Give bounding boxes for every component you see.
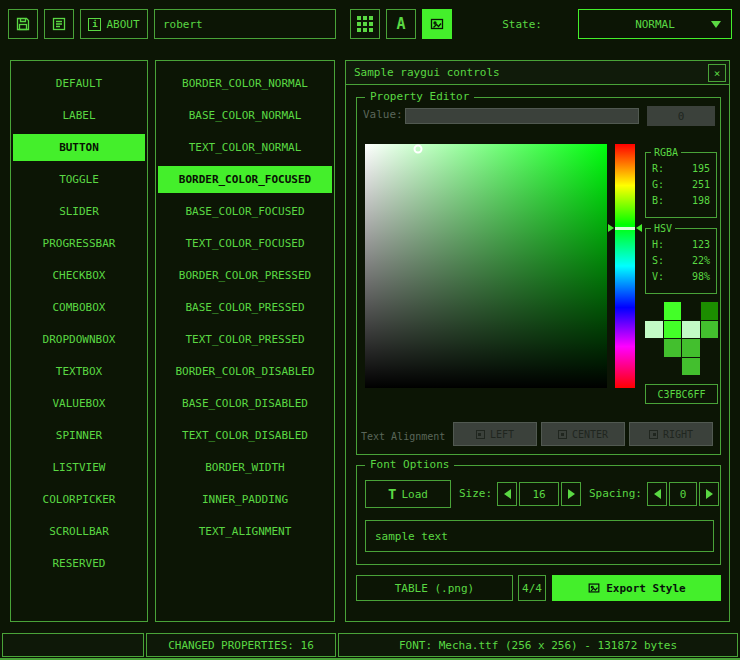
color-grid-cell[interactable]	[701, 339, 719, 357]
list-item-text_color_disabled[interactable]: TEXT_COLOR_DISABLED	[158, 422, 332, 449]
list-item-checkbox[interactable]: CHECKBOX	[13, 262, 145, 289]
value-slider[interactable]	[405, 108, 639, 124]
list-item-border_color_normal[interactable]: BORDER_COLOR_NORMAL	[158, 70, 332, 97]
text-T-icon: T	[388, 486, 396, 502]
align-center-button[interactable]: CENTER	[541, 422, 625, 446]
about-button[interactable]: i ABOUT	[80, 9, 148, 39]
color-grid-cell[interactable]	[701, 321, 719, 339]
color-grid-cell[interactable]	[682, 321, 700, 339]
list-item-button[interactable]: BUTTON	[13, 134, 145, 161]
list-item-base_color_pressed[interactable]: BASE_COLOR_PRESSED	[158, 294, 332, 321]
list-item-dropdownbox[interactable]: DROPDOWNBOX	[13, 326, 145, 353]
list-item-toggle[interactable]: TOGGLE	[13, 166, 145, 193]
text-alignment-label: Text Alignment	[361, 426, 451, 448]
image-mode-button[interactable]	[422, 9, 452, 39]
s-value: 22%	[692, 253, 710, 269]
color-grid-cell[interactable]	[645, 358, 663, 376]
chevron-down-icon	[711, 21, 721, 28]
align-left-label: LEFT	[490, 429, 514, 440]
load-file-icon	[51, 16, 67, 32]
properties-list[interactable]: BORDER_COLOR_NORMALBASE_COLOR_NORMALTEXT…	[155, 60, 335, 622]
list-item-base_color_disabled[interactable]: BASE_COLOR_DISABLED	[158, 390, 332, 417]
color-grid-cell[interactable]	[682, 339, 700, 357]
list-item-listview[interactable]: LISTVIEW	[13, 454, 145, 481]
list-item-border_color_focused[interactable]: BORDER_COLOR_FOCUSED	[158, 166, 332, 193]
style-table-button[interactable]	[350, 9, 380, 39]
export-format-dropdown[interactable]: TABLE (.png)	[356, 575, 513, 601]
list-item-text_color_focused[interactable]: TEXT_COLOR_FOCUSED	[158, 230, 332, 257]
color-grid-cell[interactable]	[645, 321, 663, 339]
list-item-spinner[interactable]: SPINNER	[13, 422, 145, 449]
list-item-scrollbar[interactable]: SCROLLBAR	[13, 518, 145, 545]
rgba-title: RGBA	[651, 146, 681, 160]
color-grid-cell[interactable]	[645, 302, 663, 320]
size-increase-button[interactable]	[561, 482, 581, 506]
color-grid-cell[interactable]	[682, 302, 700, 320]
color-picker-panel[interactable]	[365, 144, 607, 388]
list-item-default[interactable]: DEFAULT	[13, 70, 145, 97]
state-dropdown[interactable]: NORMAL	[578, 9, 732, 39]
list-item-colorpicker[interactable]: COLORPICKER	[13, 486, 145, 513]
list-item-base_color_focused[interactable]: BASE_COLOR_FOCUSED	[158, 198, 332, 225]
font-info-text: FONT: Mecha.ttf (256 x 256) - 131872 byt…	[399, 639, 677, 652]
size-decrease-button[interactable]	[497, 482, 517, 506]
export-format-label: TABLE (.png)	[395, 582, 474, 595]
color-grid-cell[interactable]	[664, 358, 682, 376]
list-item-text_color_pressed[interactable]: TEXT_COLOR_PRESSED	[158, 326, 332, 353]
list-item-label[interactable]: LABEL	[13, 102, 145, 129]
color-grid-cell[interactable]	[682, 358, 700, 376]
font-button[interactable]: A	[386, 9, 416, 39]
list-item-base_color_normal[interactable]: BASE_COLOR_NORMAL	[158, 102, 332, 129]
list-item-reserved[interactable]: RESERVED	[13, 550, 145, 577]
hex-value: C3FBC6FF	[657, 389, 705, 400]
hsv-row-h: H: 123	[652, 237, 710, 253]
list-item-valuebox[interactable]: VALUEBOX	[13, 390, 145, 417]
load-style-button[interactable]	[44, 9, 74, 39]
list-item-combobox[interactable]: COMBOBOX	[13, 294, 145, 321]
list-item-slider[interactable]: SLIDER	[13, 198, 145, 225]
list-item-textbox[interactable]: TEXTBOX	[13, 358, 145, 385]
size-value-box[interactable]: 16	[519, 482, 559, 506]
list-item-text_alignment[interactable]: TEXT_ALIGNMENT	[158, 518, 332, 545]
export-style-button[interactable]: Export Style	[552, 575, 721, 601]
spacing-increase-button[interactable]	[699, 482, 719, 506]
list-item-inner_padding[interactable]: INNER_PADDING	[158, 486, 332, 513]
size-value: 16	[532, 488, 545, 501]
list-item-border_color_disabled[interactable]: BORDER_COLOR_DISABLED	[158, 358, 332, 385]
hue-marker-icon[interactable]	[615, 227, 635, 230]
font-letter-icon: A	[396, 17, 405, 32]
window-titlebar[interactable]: Sample raygui controls ×	[346, 61, 729, 85]
arrow-left-icon	[654, 489, 661, 499]
list-item-progressbar[interactable]: PROGRESSBAR	[13, 230, 145, 257]
list-item-border_width[interactable]: BORDER_WIDTH	[158, 454, 332, 481]
picker-cursor-icon[interactable]	[414, 144, 423, 153]
color-grid-cell[interactable]	[664, 321, 682, 339]
align-center-icon	[558, 430, 567, 439]
close-window-button[interactable]: ×	[708, 64, 726, 82]
save-style-button[interactable]	[8, 9, 38, 39]
list-item-border_color_pressed[interactable]: BORDER_COLOR_PRESSED	[158, 262, 332, 289]
color-grid-cell[interactable]	[664, 302, 682, 320]
list-item-text_color_normal[interactable]: TEXT_COLOR_NORMAL	[158, 134, 332, 161]
align-center-label: CENTER	[572, 429, 608, 440]
color-grid-cell[interactable]	[701, 302, 719, 320]
spacing-value-box[interactable]: 0	[669, 482, 697, 506]
b-label: B:	[652, 193, 664, 209]
align-left-button[interactable]: LEFT	[453, 422, 537, 446]
export-image-icon	[587, 581, 601, 595]
value-display-box[interactable]: 0	[647, 106, 715, 126]
hex-value-box[interactable]: C3FBC6FF	[645, 384, 718, 404]
export-pages-box[interactable]: 4/4	[518, 575, 546, 601]
hue-slider[interactable]	[615, 144, 635, 388]
font-load-button[interactable]: T Load	[365, 480, 451, 508]
controls-list[interactable]: DEFAULTLABELBUTTONTOGGLESLIDERPROGRESSBA…	[10, 60, 148, 622]
sample-text-input[interactable]: sample text	[365, 520, 714, 552]
spacing-decrease-button[interactable]	[647, 482, 667, 506]
value-label: Value:	[363, 108, 403, 121]
style-name-input[interactable]	[154, 9, 336, 39]
align-right-button[interactable]: RIGHT	[629, 422, 713, 446]
color-grid-cell[interactable]	[645, 339, 663, 357]
color-grid-cell[interactable]	[664, 339, 682, 357]
style-color-grid[interactable]	[645, 302, 718, 375]
color-grid-cell[interactable]	[701, 358, 719, 376]
